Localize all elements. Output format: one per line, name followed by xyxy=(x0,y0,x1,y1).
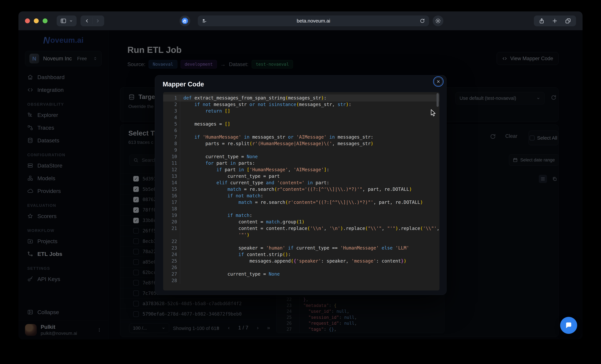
code-line: 14elif current_type and 'content=' in pa… xyxy=(163,180,440,186)
code-line: 6 xyxy=(163,127,440,134)
desktop: beta.noveum.ai Noveum.ai N xyxy=(0,0,601,364)
code-line: 16if not match: xyxy=(163,193,440,199)
code-line: 2if not messages_str or not isinstance(m… xyxy=(163,101,440,108)
code-line: 9 xyxy=(163,147,440,153)
page-viewport: Noveum.ai N Noveum Inc Free DashboardInt… xyxy=(19,30,582,339)
browser-window: beta.noveum.ai Noveum.ai N xyxy=(19,11,582,339)
code-line: 11for part in parts: xyxy=(163,160,440,166)
line-number: 22 xyxy=(163,238,180,245)
tab-overview-button[interactable] xyxy=(565,16,571,26)
code-line: 18 xyxy=(163,206,440,212)
chat-launcher-button[interactable] xyxy=(560,317,577,334)
zoom-window-button[interactable] xyxy=(43,19,48,23)
line-number: 19 xyxy=(163,212,180,219)
code-line: 13current_type = part xyxy=(163,173,440,180)
line-number: 13 xyxy=(163,173,180,180)
code-line: 10current_type = None xyxy=(163,153,440,160)
forward-button[interactable] xyxy=(92,16,103,26)
close-icon xyxy=(436,79,441,84)
code-line: 22 xyxy=(163,238,440,245)
code-line: 27current_type = None xyxy=(163,271,440,278)
code-line: 20content = match.group(1) xyxy=(163,219,440,225)
line-number: 23 xyxy=(163,245,180,251)
code-line: 7if 'HumanMessage' in messages_str or 'A… xyxy=(163,134,440,140)
line-number: 28 xyxy=(163,278,180,284)
sidebar-toggle-button[interactable] xyxy=(57,16,77,26)
line-number: 10 xyxy=(163,153,180,160)
new-tab-button[interactable] xyxy=(552,16,558,26)
code-line: 3return [] xyxy=(163,108,440,114)
code-line: 28 xyxy=(163,278,440,284)
tab-actions xyxy=(534,16,576,26)
close-window-button[interactable] xyxy=(25,19,30,23)
content-blocker-hand-icon xyxy=(181,17,189,25)
line-number: 26 xyxy=(163,264,180,271)
chevron-down-icon xyxy=(69,19,73,23)
line-number: 12 xyxy=(163,166,180,173)
sidebar-panel-icon xyxy=(60,18,67,24)
line-number: 5 xyxy=(163,121,180,127)
url-text: beta.noveum.ai xyxy=(198,18,429,24)
line-number: 8 xyxy=(163,140,180,147)
mouse-cursor xyxy=(431,109,437,117)
line-number: 3 xyxy=(163,108,180,114)
code-line: 5messages = [] xyxy=(163,121,440,127)
line-number: 16 xyxy=(163,193,180,199)
line-number: 2 xyxy=(163,101,180,108)
history-nav xyxy=(80,16,104,26)
code-line: 25messages.append({'speaker': speaker, '… xyxy=(163,258,440,264)
code-line: 23speaker = 'human' if current_type == '… xyxy=(163,245,440,251)
reload-icon[interactable] xyxy=(420,18,425,24)
scrollbar-thumb[interactable] xyxy=(437,93,439,107)
line-number: 14 xyxy=(163,180,180,186)
back-button[interactable] xyxy=(82,16,92,26)
code-line: 15match = re.search(r"content='((?:[^'\\… xyxy=(163,186,440,193)
code-line: 26 xyxy=(163,264,440,271)
settings-button[interactable] xyxy=(433,16,443,26)
code-line: 8parts = re.split(r'(HumanMessage|AIMess… xyxy=(163,140,440,147)
reader-icon[interactable] xyxy=(202,18,207,24)
line-number: 7 xyxy=(163,134,180,140)
code-line: 1def extract_messages_from_span_string(m… xyxy=(163,95,440,101)
code-line: 4 xyxy=(163,114,440,121)
line-number: 15 xyxy=(163,186,180,193)
code-line: 19if match: xyxy=(163,212,440,219)
code-line: 12if part in ['HumanMessage', 'AIMessage… xyxy=(163,166,440,173)
line-number: 4 xyxy=(163,114,180,121)
chat-bubble-icon xyxy=(565,321,573,329)
extension-button[interactable] xyxy=(180,16,190,26)
code-line: '"') xyxy=(163,232,440,238)
address-bar[interactable]: beta.noveum.ai xyxy=(198,16,429,26)
code-line: 24if content.strip(): xyxy=(163,251,440,258)
line-number: 21 xyxy=(163,225,180,232)
mapper-code-editor[interactable]: 1def extract_messages_from_span_string(m… xyxy=(163,92,440,290)
line-number: 25 xyxy=(163,258,180,264)
code-line: 21content = content.replace('\\n', '\n')… xyxy=(163,225,440,232)
gear-icon xyxy=(435,18,441,24)
modal-title: Mapper Code xyxy=(163,81,204,88)
line-number: 24 xyxy=(163,251,180,258)
mapper-code-modal: Mapper Code 1def extract_messages_from_s… xyxy=(155,75,447,295)
browser-toolbar: beta.noveum.ai xyxy=(19,11,582,30)
code-line: 17match = re.search(r'content="((?:[^"\\… xyxy=(163,199,440,206)
line-number: 6 xyxy=(163,127,180,134)
line-number xyxy=(163,232,180,238)
modal-close-button[interactable] xyxy=(434,77,443,86)
line-number: 27 xyxy=(163,271,180,278)
line-number: 20 xyxy=(163,219,180,225)
share-button[interactable] xyxy=(539,16,545,26)
line-number: 11 xyxy=(163,160,180,166)
line-number: 9 xyxy=(163,147,180,153)
line-number: 1 xyxy=(163,95,180,101)
line-number: 18 xyxy=(163,206,180,212)
window-controls xyxy=(25,19,48,23)
minimize-window-button[interactable] xyxy=(34,19,39,23)
line-number: 17 xyxy=(163,199,180,206)
